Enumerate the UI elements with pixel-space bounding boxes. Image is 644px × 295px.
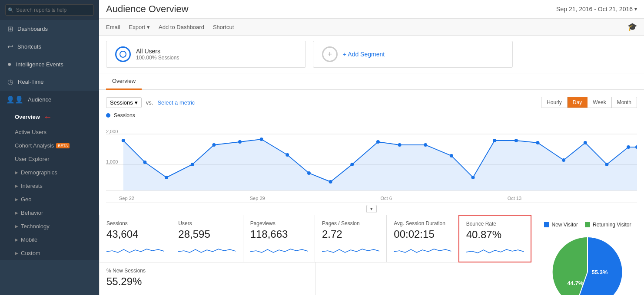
dashboards-icon: ⊞ [7,25,13,33]
sidebar-item-technology[interactable]: ▶ Technology [0,220,99,233]
sidebar-item-active-users[interactable]: Active Users [0,125,99,139]
metric-card-avg-session: Avg. Session Duration 00:02:15 [386,215,458,262]
period-hourly[interactable]: Hourly [541,97,568,108]
sidebar-item-demographics[interactable]: ▶ Demographics [0,166,99,179]
segment-title: All Users [136,48,179,55]
svg-point-15 [307,171,311,175]
select-metric-link[interactable]: Select a metric [157,99,195,106]
metric-selector[interactable]: Sessions ▾ [106,97,142,108]
metric-value-pages-session: 2.72 [322,228,379,240]
metric-label-new-sessions: % New Sessions [106,268,308,274]
sidebar: ⊞ Dashboards ↩ Shortcuts ● Intelligence … [0,0,99,295]
metric-card-bounce-rate: Bounce Rate 40.87% [458,215,531,262]
search-box [0,0,99,20]
add-segment-button[interactable]: + + Add Segment [313,41,513,68]
chevron-right-icon: ▶ [15,184,18,188]
date-range-selector[interactable]: Sep 21, 2016 - Oct 21, 2016 ▾ [556,6,637,13]
sidebar-item-intelligence[interactable]: ● Intelligence Events [0,56,99,73]
sidebar-item-custom[interactable]: ▶ Custom [0,246,99,260]
shortcut-button[interactable]: Shortcut [213,24,234,30]
sidebar-item-interests[interactable]: ▶ Interests [0,179,99,193]
help-icon[interactable]: 🎓 [627,22,637,32]
date-caret-icon: ▾ [634,6,637,12]
spark-pages-session [322,243,379,256]
sidebar-item-dashboards[interactable]: ⊞ Dashboards [0,20,99,38]
sidebar-item-label: Audience [28,96,51,103]
svg-point-16 [329,180,332,184]
export-label: Export [129,24,146,30]
metric-label: Sessions [110,99,133,106]
chart-controls: Sessions ▾ vs. Select a metric Hourly Da… [106,97,637,108]
export-caret-icon: ▾ [147,24,150,30]
svg-point-18 [376,140,380,144]
sidebar-item-behavior[interactable]: ▶ Behavior [0,206,99,220]
metric-value-sessions: 43,604 [106,228,164,240]
active-users-label: Active Users [15,129,46,135]
sidebar-item-shortcuts[interactable]: ↩ Shortcuts [0,38,99,56]
add-segment-label: + Add Segment [343,51,385,58]
metric-card-sessions: Sessions 43,604 [99,215,171,262]
svg-point-29 [627,145,630,149]
sidebar-item-realtime[interactable]: ◷ Real-Time [0,73,99,91]
metric-value-users: 28,595 [178,228,236,240]
main-content: Audience Overview Sep 21, 2016 - Oct 21,… [99,0,644,295]
chart-collapse: ▾ [106,203,637,215]
spark-pageviews [250,243,308,256]
pie-chart-svg: 55.3% 44.7% [548,233,627,295]
period-month[interactable]: Month [612,97,637,108]
sidebar-item-geo[interactable]: ▶ Geo [0,193,99,206]
all-users-segment[interactable]: All Users 100.00% Sessions [106,41,306,68]
segment-info: All Users 100.00% Sessions [136,48,179,61]
shortcuts-icon: ↩ [7,43,13,51]
svg-point-24 [515,139,518,142]
svg-point-19 [398,143,402,147]
tab-bar: Overview [99,73,644,90]
legend-item-returning-visitor: Returning Visitor [585,222,631,228]
sidebar-item-label: Shortcuts [17,43,41,50]
interests-label: Interests [21,183,43,189]
chevron-right-icon: ▶ [15,237,18,242]
sidebar-item-audience[interactable]: 👤👤 Audience [0,91,99,108]
chevron-right-icon: ▶ [15,251,18,256]
mobile-label: Mobile [21,236,37,243]
plus-circle-icon: + [322,46,338,62]
email-button[interactable]: Email [106,24,120,30]
spark-users [178,243,236,256]
period-week[interactable]: Week [588,97,611,108]
bottom-section: Sessions 43,604 Users 28,595 [99,215,644,295]
tab-overview[interactable]: Overview [106,73,142,90]
segment-subtitle: 100.00% Sessions [136,55,179,61]
metric-label-users: Users [178,220,236,226]
metric-value-pageviews: 118,663 [250,228,308,240]
chart-area: Sessions ▾ vs. Select a metric Hourly Da… [99,90,644,215]
legend-dot-sessions [106,113,110,118]
metric-value-avg-session: 00:02:15 [394,228,451,240]
collapse-button[interactable]: ▾ [366,205,377,213]
metric-card-pageviews: Pageviews 118,663 [243,215,315,262]
technology-label: Technology [21,223,50,229]
metric-card-pages-session: Pages / Session 2.72 [315,215,387,262]
search-input[interactable] [5,4,94,16]
sidebar-item-mobile[interactable]: ▶ Mobile [0,233,99,246]
svg-point-10 [191,163,194,166]
sidebar-item-cohort[interactable]: Cohort Analysis BETA [0,139,99,152]
cohort-label: Cohort Analysis [15,142,54,149]
add-to-dashboard-button[interactable]: Add to Dashboard [159,24,204,30]
vs-text: vs. [146,99,153,106]
metric-label-sessions: Sessions [106,220,164,226]
svg-point-9 [165,176,168,179]
segmentbar: All Users 100.00% Sessions + + Add Segme… [99,36,644,73]
sessions-chart: 2,000 1,000 [106,121,637,195]
sidebar-item-label: Real-Time [18,79,43,85]
date-label-sep22: Sep 22 [119,196,134,201]
sidebar-item-user-explorer[interactable]: User Explorer [0,152,99,166]
period-day[interactable]: Day [568,97,588,108]
svg-text:1,000: 1,000 [106,159,118,164]
sidebar-item-overview[interactable]: Overview ← [0,108,99,125]
export-button[interactable]: Export ▾ [129,24,150,30]
intelligence-icon: ● [7,60,12,68]
svg-point-7 [122,139,125,142]
returning-visitor-pct-label: 44.7% [568,280,584,286]
svg-point-17 [350,163,354,166]
sidebar-item-label: Dashboards [17,26,48,32]
